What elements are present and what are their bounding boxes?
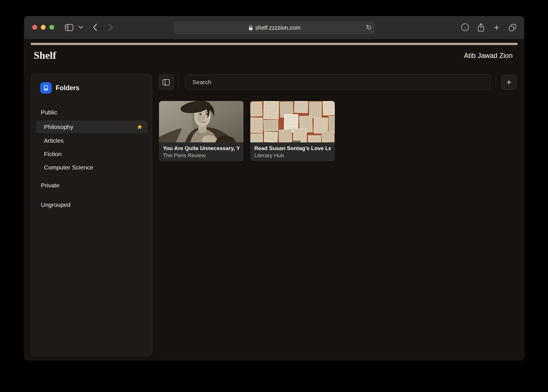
card-thumbnail-book-pages <box>250 101 335 142</box>
card-source: Literary Hub <box>254 152 331 159</box>
tab-overview-icon[interactable] <box>509 24 516 31</box>
panel-toggle-icon <box>162 79 170 86</box>
user-menu[interactable]: Atib Jawad Zion <box>464 52 513 60</box>
book-icon <box>40 82 52 94</box>
zoom-window-button[interactable] <box>49 25 54 30</box>
card-thumbnail-portrait <box>159 101 243 142</box>
top-accent-bar <box>31 43 517 45</box>
close-window-button[interactable] <box>32 25 37 30</box>
forward-button[interactable] <box>108 23 113 31</box>
bookmark-card[interactable]: Read Susan Sontag's Love Lette... Litera… <box>250 101 335 161</box>
address-bar[interactable]: shelf.zzzzion.com ↻ <box>174 21 375 34</box>
card-title: Read Susan Sontag's Love Lette... <box>254 145 331 151</box>
desktop-background: shelf.zzzzion.com ↻ ↓ + <box>0 0 548 392</box>
card-title: You Are Quite Unnecessary, You... <box>163 145 239 151</box>
sidebar-item-computer-science[interactable]: Computer Science <box>44 161 93 174</box>
new-tab-icon[interactable]: + <box>492 23 501 33</box>
page-content: Shelf Atib Jawad Zion Folders Public Phi… <box>24 39 524 360</box>
back-button[interactable] <box>93 23 97 31</box>
sidebar-item-public[interactable]: Public <box>41 106 57 119</box>
folders-sidebar: Folders Public Philosophy ★ Articles Fic… <box>31 74 152 356</box>
toolbar-divider <box>178 76 179 89</box>
collapse-sidebar-button[interactable] <box>158 74 174 90</box>
browser-window: shelf.zzzzion.com ↻ ↓ + <box>24 16 524 360</box>
browser-toolbar: shelf.zzzzion.com ↻ ↓ + <box>24 16 524 39</box>
reload-icon[interactable]: ↻ <box>366 24 372 31</box>
bookmark-card[interactable]: You Are Quite Unnecessary, You... The Pa… <box>159 101 243 161</box>
sidebar-item-fiction[interactable]: Fiction <box>44 147 62 160</box>
chevron-down-icon[interactable] <box>79 26 83 29</box>
downloads-icon[interactable]: ↓ <box>461 23 469 31</box>
sidebar-item-ungrouped[interactable]: Ungrouped <box>41 198 70 211</box>
sidebar-item-private[interactable]: Private <box>41 179 59 192</box>
url-text: shelf.zzzzion.com <box>255 25 301 31</box>
browser-sidebar-toggle-icon[interactable] <box>65 24 73 31</box>
sidebar-title: Folders <box>56 82 79 94</box>
card-source: The Paris Review <box>163 152 239 159</box>
toolbar-divider <box>496 76 496 89</box>
search-input[interactable] <box>185 74 490 90</box>
share-icon[interactable] <box>478 23 484 32</box>
sidebar-item-philosophy[interactable]: Philosophy ★ <box>36 120 147 133</box>
app-logo: Shelf <box>34 49 56 61</box>
plus-icon: + <box>506 78 512 87</box>
lock-icon <box>249 25 253 31</box>
minimize-window-button[interactable] <box>41 25 46 30</box>
star-icon[interactable]: ★ <box>136 123 143 130</box>
add-item-button[interactable]: + <box>501 74 517 90</box>
sidebar-item-articles[interactable]: Articles <box>44 134 64 147</box>
